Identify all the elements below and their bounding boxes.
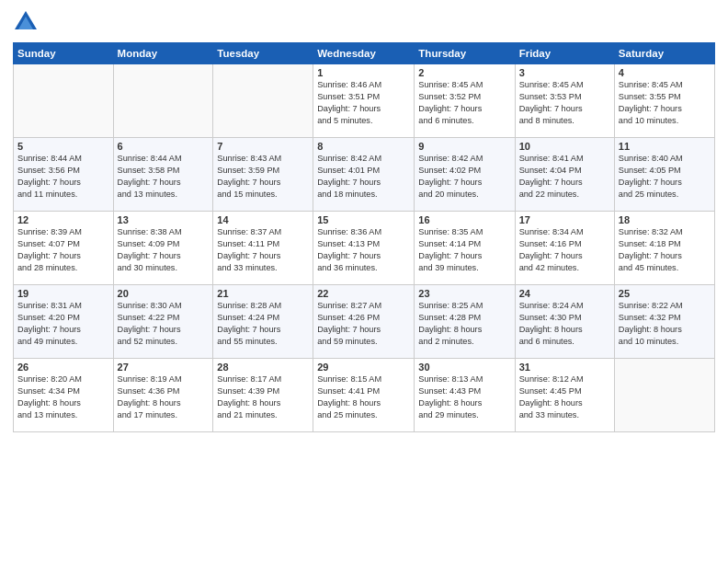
calendar-cell: 22Sunrise: 8:27 AM Sunset: 4:26 PM Dayli… xyxy=(313,285,415,359)
calendar-table: SundayMondayTuesdayWednesdayThursdayFrid… xyxy=(13,42,715,432)
calendar-cell: 28Sunrise: 8:17 AM Sunset: 4:39 PM Dayli… xyxy=(213,359,313,432)
calendar-cell: 16Sunrise: 8:35 AM Sunset: 4:14 PM Dayli… xyxy=(415,212,515,285)
day-number: 13 xyxy=(118,214,210,225)
calendar-cell: 26Sunrise: 8:20 AM Sunset: 4:34 PM Dayli… xyxy=(14,359,114,432)
cell-content: Sunrise: 8:15 AM Sunset: 4:41 PM Dayligh… xyxy=(317,373,410,421)
cell-content: Sunrise: 8:36 AM Sunset: 4:13 PM Dayligh… xyxy=(317,226,410,274)
weekday-header-row: SundayMondayTuesdayWednesdayThursdayFrid… xyxy=(14,43,715,64)
calendar-cell: 9Sunrise: 8:42 AM Sunset: 4:02 PM Daylig… xyxy=(415,138,515,212)
logo-icon xyxy=(13,9,39,35)
calendar-cell: 8Sunrise: 8:42 AM Sunset: 4:01 PM Daylig… xyxy=(313,138,415,212)
calendar-cell: 24Sunrise: 8:24 AM Sunset: 4:30 PM Dayli… xyxy=(515,285,614,359)
day-number: 29 xyxy=(317,362,410,373)
cell-content: Sunrise: 8:38 AM Sunset: 4:09 PM Dayligh… xyxy=(118,226,210,274)
day-number: 25 xyxy=(619,288,711,299)
cell-content: Sunrise: 8:32 AM Sunset: 4:18 PM Dayligh… xyxy=(619,226,711,274)
cell-content: Sunrise: 8:27 AM Sunset: 4:26 PM Dayligh… xyxy=(317,300,410,348)
cell-content: Sunrise: 8:31 AM Sunset: 4:20 PM Dayligh… xyxy=(17,300,109,348)
cell-content: Sunrise: 8:37 AM Sunset: 4:11 PM Dayligh… xyxy=(217,226,309,274)
calendar-week-2: 5Sunrise: 8:44 AM Sunset: 3:56 PM Daylig… xyxy=(14,138,715,212)
cell-content: Sunrise: 8:42 AM Sunset: 4:02 PM Dayligh… xyxy=(418,153,510,201)
calendar-cell: 19Sunrise: 8:31 AM Sunset: 4:20 PM Dayli… xyxy=(14,285,114,359)
day-number: 15 xyxy=(317,214,410,225)
cell-content: Sunrise: 8:17 AM Sunset: 4:39 PM Dayligh… xyxy=(217,373,309,421)
cell-content: Sunrise: 8:44 AM Sunset: 3:58 PM Dayligh… xyxy=(118,153,210,201)
day-number: 23 xyxy=(418,288,510,299)
weekday-header-saturday: Saturday xyxy=(614,43,714,64)
weekday-header-tuesday: Tuesday xyxy=(213,43,313,64)
calendar-cell: 2Sunrise: 8:45 AM Sunset: 3:52 PM Daylig… xyxy=(415,64,515,138)
calendar-cell: 4Sunrise: 8:45 AM Sunset: 3:55 PM Daylig… xyxy=(614,64,714,138)
calendar-cell: 3Sunrise: 8:45 AM Sunset: 3:53 PM Daylig… xyxy=(515,64,614,138)
day-number: 27 xyxy=(118,362,210,373)
calendar-cell xyxy=(614,359,714,432)
cell-content: Sunrise: 8:30 AM Sunset: 4:22 PM Dayligh… xyxy=(118,300,210,348)
day-number: 26 xyxy=(17,362,109,373)
page-container: SundayMondayTuesdayWednesdayThursdayFrid… xyxy=(0,0,728,563)
day-number: 10 xyxy=(519,141,610,152)
calendar-cell: 5Sunrise: 8:44 AM Sunset: 3:56 PM Daylig… xyxy=(14,138,114,212)
day-number: 31 xyxy=(519,362,610,373)
cell-content: Sunrise: 8:45 AM Sunset: 3:53 PM Dayligh… xyxy=(519,79,610,127)
day-number: 11 xyxy=(619,141,711,152)
cell-content: Sunrise: 8:41 AM Sunset: 4:04 PM Dayligh… xyxy=(519,153,610,201)
weekday-header-thursday: Thursday xyxy=(415,43,515,64)
cell-content: Sunrise: 8:19 AM Sunset: 4:36 PM Dayligh… xyxy=(118,373,210,421)
calendar-cell: 30Sunrise: 8:13 AM Sunset: 4:43 PM Dayli… xyxy=(415,359,515,432)
calendar-cell: 12Sunrise: 8:39 AM Sunset: 4:07 PM Dayli… xyxy=(14,212,114,285)
cell-content: Sunrise: 8:40 AM Sunset: 4:05 PM Dayligh… xyxy=(619,153,711,201)
cell-content: Sunrise: 8:28 AM Sunset: 4:24 PM Dayligh… xyxy=(217,300,309,348)
day-number: 21 xyxy=(217,288,309,299)
logo xyxy=(13,9,42,35)
calendar-cell xyxy=(113,64,213,138)
day-number: 6 xyxy=(118,141,210,152)
calendar-cell: 21Sunrise: 8:28 AM Sunset: 4:24 PM Dayli… xyxy=(213,285,313,359)
calendar-cell: 10Sunrise: 8:41 AM Sunset: 4:04 PM Dayli… xyxy=(515,138,614,212)
cell-content: Sunrise: 8:46 AM Sunset: 3:51 PM Dayligh… xyxy=(317,79,410,127)
cell-content: Sunrise: 8:25 AM Sunset: 4:28 PM Dayligh… xyxy=(418,300,510,348)
calendar-cell: 27Sunrise: 8:19 AM Sunset: 4:36 PM Dayli… xyxy=(113,359,213,432)
calendar-cell: 18Sunrise: 8:32 AM Sunset: 4:18 PM Dayli… xyxy=(614,212,714,285)
day-number: 19 xyxy=(17,288,109,299)
day-number: 12 xyxy=(17,214,109,225)
day-number: 3 xyxy=(519,67,610,78)
calendar-cell xyxy=(213,64,313,138)
calendar-week-4: 19Sunrise: 8:31 AM Sunset: 4:20 PM Dayli… xyxy=(14,285,715,359)
day-number: 16 xyxy=(418,214,510,225)
calendar-cell: 1Sunrise: 8:46 AM Sunset: 3:51 PM Daylig… xyxy=(313,64,415,138)
day-number: 20 xyxy=(118,288,210,299)
day-number: 22 xyxy=(317,288,410,299)
calendar-cell: 15Sunrise: 8:36 AM Sunset: 4:13 PM Dayli… xyxy=(313,212,415,285)
cell-content: Sunrise: 8:44 AM Sunset: 3:56 PM Dayligh… xyxy=(17,153,109,201)
day-number: 30 xyxy=(418,362,510,373)
day-number: 1 xyxy=(317,67,410,78)
cell-content: Sunrise: 8:34 AM Sunset: 4:16 PM Dayligh… xyxy=(519,226,610,274)
weekday-header-monday: Monday xyxy=(113,43,213,64)
day-number: 17 xyxy=(519,214,610,225)
calendar-cell: 17Sunrise: 8:34 AM Sunset: 4:16 PM Dayli… xyxy=(515,212,614,285)
cell-content: Sunrise: 8:20 AM Sunset: 4:34 PM Dayligh… xyxy=(17,373,109,421)
calendar-cell: 7Sunrise: 8:43 AM Sunset: 3:59 PM Daylig… xyxy=(213,138,313,212)
day-number: 24 xyxy=(519,288,610,299)
cell-content: Sunrise: 8:24 AM Sunset: 4:30 PM Dayligh… xyxy=(519,300,610,348)
cell-content: Sunrise: 8:45 AM Sunset: 3:55 PM Dayligh… xyxy=(619,79,711,127)
cell-content: Sunrise: 8:45 AM Sunset: 3:52 PM Dayligh… xyxy=(418,79,510,127)
calendar-cell: 31Sunrise: 8:12 AM Sunset: 4:45 PM Dayli… xyxy=(515,359,614,432)
weekday-header-friday: Friday xyxy=(515,43,614,64)
calendar-cell: 25Sunrise: 8:22 AM Sunset: 4:32 PM Dayli… xyxy=(614,285,714,359)
calendar-cell: 13Sunrise: 8:38 AM Sunset: 4:09 PM Dayli… xyxy=(113,212,213,285)
cell-content: Sunrise: 8:39 AM Sunset: 4:07 PM Dayligh… xyxy=(17,226,109,274)
weekday-header-wednesday: Wednesday xyxy=(313,43,415,64)
cell-content: Sunrise: 8:13 AM Sunset: 4:43 PM Dayligh… xyxy=(418,373,510,421)
cell-content: Sunrise: 8:43 AM Sunset: 3:59 PM Dayligh… xyxy=(217,153,309,201)
day-number: 8 xyxy=(317,141,410,152)
calendar-week-1: 1Sunrise: 8:46 AM Sunset: 3:51 PM Daylig… xyxy=(14,64,715,138)
cell-content: Sunrise: 8:22 AM Sunset: 4:32 PM Dayligh… xyxy=(619,300,711,348)
day-number: 28 xyxy=(217,362,309,373)
cell-content: Sunrise: 8:35 AM Sunset: 4:14 PM Dayligh… xyxy=(418,226,510,274)
day-number: 14 xyxy=(217,214,309,225)
calendar-cell: 11Sunrise: 8:40 AM Sunset: 4:05 PM Dayli… xyxy=(614,138,714,212)
calendar-cell: 23Sunrise: 8:25 AM Sunset: 4:28 PM Dayli… xyxy=(415,285,515,359)
calendar-cell: 20Sunrise: 8:30 AM Sunset: 4:22 PM Dayli… xyxy=(113,285,213,359)
calendar-cell: 14Sunrise: 8:37 AM Sunset: 4:11 PM Dayli… xyxy=(213,212,313,285)
